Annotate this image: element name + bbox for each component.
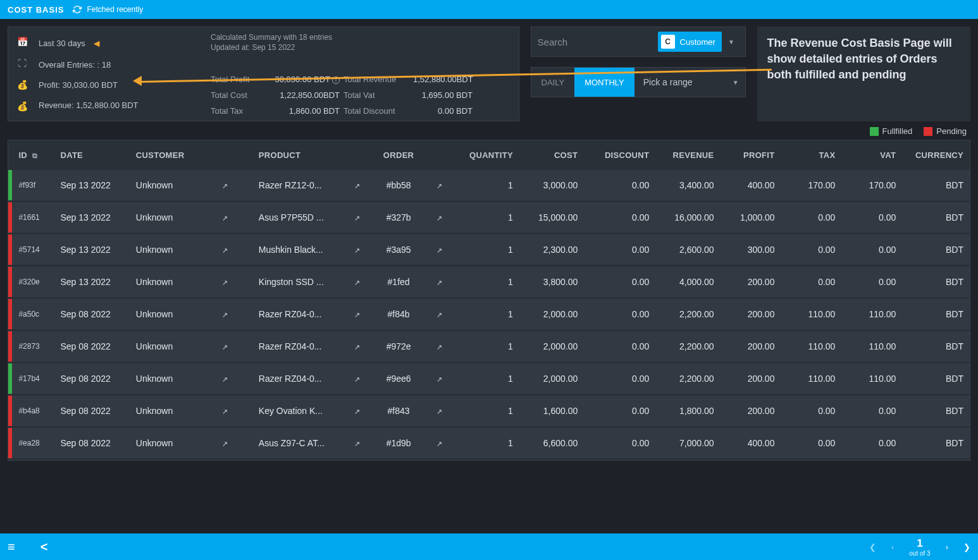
cell-date: Sep 13 2022 <box>54 266 129 298</box>
cell-date: Sep 13 2022 <box>54 170 129 202</box>
cell-vat: 0.00 <box>841 234 902 266</box>
external-link-icon[interactable]: ↗ <box>436 311 442 319</box>
external-link-icon[interactable]: ↗ <box>354 375 360 383</box>
chevron-down-icon[interactable]: ▼ <box>726 79 745 86</box>
external-link-icon[interactable]: ↗ <box>436 375 442 383</box>
external-link-icon[interactable]: ↗ <box>222 214 228 222</box>
external-link-icon[interactable]: ↗ <box>354 182 360 190</box>
range-daily-button[interactable]: DAILY <box>531 68 575 97</box>
search-input[interactable] <box>538 37 658 47</box>
external-link-icon[interactable]: ↗ <box>354 440 360 447</box>
pager-first-icon[interactable]: ❮ <box>869 542 876 552</box>
cell-currency: BDT <box>902 395 970 427</box>
cell-product: Key Ovation K... <box>252 395 340 427</box>
col-id[interactable]: ID ⧉ <box>12 140 54 170</box>
table-row[interactable]: #f93fSep 13 2022Unknown↗Razer RZ12-0...↗… <box>8 170 970 202</box>
external-link-icon[interactable]: ↗ <box>436 408 442 415</box>
range-pick-label[interactable]: Pick a range <box>634 77 726 87</box>
cell-date: Sep 13 2022 <box>54 234 129 266</box>
fulfilled-swatch <box>870 127 879 136</box>
external-link-icon[interactable]: ↗ <box>354 214 360 222</box>
cell-currency: BDT <box>902 298 970 331</box>
external-link-icon[interactable]: ↗ <box>222 182 228 190</box>
table-row[interactable]: #2873Sep 08 2022Unknown↗Razer RZ04-0...↗… <box>8 331 970 363</box>
cell-product: Razer RZ04-0... <box>252 331 340 363</box>
cell-tax: 0.00 <box>781 395 841 427</box>
external-link-icon[interactable]: ↗ <box>354 247 360 254</box>
col-customer[interactable]: CUSTOMER <box>130 140 197 170</box>
pager-prev-icon[interactable]: ‹ <box>891 542 894 552</box>
external-link-icon[interactable]: ↗ <box>222 375 228 383</box>
cell-order: #1fed <box>374 266 424 298</box>
chip-letter: C <box>661 35 675 49</box>
col-tax[interactable]: TAX <box>781 140 841 170</box>
table-row[interactable]: #17b4Sep 08 2022Unknown↗Razer RZ04-0...↗… <box>8 363 970 395</box>
pending-swatch <box>924 127 932 136</box>
summary-value: 1,52,880.00BDT <box>413 75 476 84</box>
cell-vat: 0.00 <box>841 202 902 234</box>
pager-last-icon[interactable]: ❯ <box>963 542 970 552</box>
col-date[interactable]: DATE <box>54 140 129 170</box>
cell-profit: 200.00 <box>721 395 781 427</box>
copy-icon[interactable]: ⧉ <box>32 152 37 159</box>
refresh-icon <box>73 5 82 14</box>
external-link-icon[interactable]: ↗ <box>354 408 360 415</box>
chevron-down-icon[interactable]: ▼ <box>722 39 741 46</box>
external-link-icon[interactable]: ↗ <box>222 408 228 415</box>
table-row[interactable]: #b4a8Sep 08 2022Unknown↗Key Ovation K...… <box>8 395 970 427</box>
cell-qty: 1 <box>455 202 519 234</box>
cell-order: #3a95 <box>374 234 424 266</box>
info-icon[interactable]: i <box>332 76 340 84</box>
col-revenue[interactable]: REVENUE <box>655 140 720 170</box>
cell-currency: BDT <box>902 331 970 363</box>
pager-next-icon[interactable]: › <box>946 542 948 552</box>
external-link-icon[interactable]: ↗ <box>354 279 360 286</box>
search-scope-chip[interactable]: C Customer <box>658 32 722 52</box>
col-vat[interactable]: VAT <box>841 140 902 170</box>
external-link-icon[interactable]: ↗ <box>354 311 360 319</box>
cell-date: Sep 08 2022 <box>54 427 129 460</box>
external-link-icon[interactable]: ↗ <box>436 214 442 222</box>
external-link-icon[interactable]: ↗ <box>436 343 442 351</box>
col-profit[interactable]: PROFIT <box>721 140 781 170</box>
col-qty[interactable]: QUANTITY <box>455 140 519 170</box>
table-row[interactable]: #1661Sep 13 2022Unknown↗Asus P7P55D ...↗… <box>8 202 970 234</box>
col-product[interactable]: PRODUCT <box>252 140 340 170</box>
table-row[interactable]: #320eSep 13 2022Unknown↗Kingston SSD ...… <box>8 266 970 298</box>
external-link-icon[interactable]: ↗ <box>436 182 442 190</box>
external-link-icon[interactable]: ↗ <box>222 343 228 351</box>
col-order[interactable]: ORDER <box>374 140 424 170</box>
summary-card: 📅 ⛶ 💰 💰 Last 30 days ◄ Overall Entries: … <box>8 27 519 121</box>
cell-cost: 2,000.00 <box>519 363 584 395</box>
menu-icon[interactable]: ≡ <box>8 540 15 554</box>
cell-product: Razer RZ12-0... <box>252 170 340 202</box>
external-link-icon[interactable]: ↗ <box>222 279 228 286</box>
summary-heading: Calculated Summary with 18 entries <box>211 32 506 42</box>
external-link-icon[interactable]: ↗ <box>436 279 442 286</box>
external-link-icon[interactable]: ↗ <box>222 440 228 447</box>
cell-revenue: 2,200.00 <box>655 298 720 331</box>
table-row[interactable]: #a50cSep 08 2022Unknown↗Razer RZ04-0...↗… <box>8 298 970 331</box>
cell-qty: 1 <box>455 427 519 460</box>
cell-profit: 200.00 <box>721 331 781 363</box>
summary-updated: Updated at: Sep 15 2022 <box>211 42 506 52</box>
pending-label: Pending <box>936 126 967 136</box>
refresh-status[interactable]: Fetched recently <box>73 5 143 14</box>
range-monthly-button[interactable]: MONTHLY <box>574 68 634 97</box>
table-row[interactable]: #ea28Sep 08 2022Unknown↗Asus Z97-C AT...… <box>8 427 970 460</box>
col-currency[interactable]: CURRENCY <box>902 140 970 170</box>
table-row[interactable]: #5714Sep 13 2022Unknown↗Mushkin Black...… <box>8 234 970 266</box>
back-icon[interactable]: < <box>40 540 48 554</box>
external-link-icon[interactable]: ↗ <box>436 440 442 447</box>
external-link-icon[interactable]: ↗ <box>222 311 228 319</box>
cell-date: Sep 08 2022 <box>54 363 129 395</box>
external-link-icon[interactable]: ↗ <box>354 343 360 351</box>
col-discount[interactable]: DISCOUNT <box>584 140 655 170</box>
external-link-icon[interactable]: ↗ <box>436 247 442 254</box>
external-link-icon[interactable]: ↗ <box>222 247 228 254</box>
cell-vat: 110.00 <box>841 363 902 395</box>
cell-currency: BDT <box>902 202 970 234</box>
col-cost[interactable]: COST <box>519 140 584 170</box>
summary-value: 1,22,850.00BDT <box>274 90 344 100</box>
cell-customer: Unknown <box>130 363 197 395</box>
